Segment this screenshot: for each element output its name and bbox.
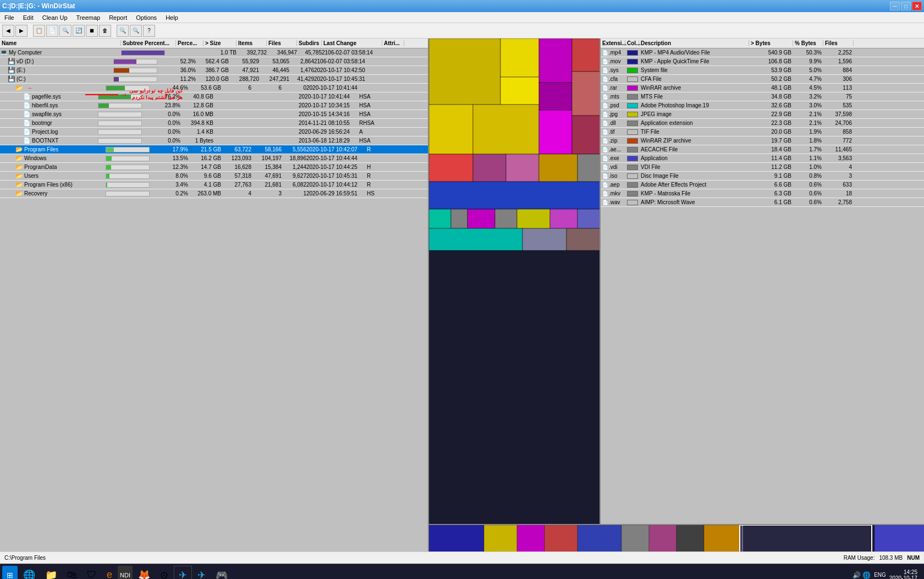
taskbar-folder[interactable]: 📁 xyxy=(41,566,62,580)
menu-cleanup[interactable]: Clean Up xyxy=(38,13,72,22)
file-row[interactable]: 📂 Users 8.0% 9.6 GB 57,318 47,691 9,627 … xyxy=(0,172,428,181)
file-icon: 💾 xyxy=(8,67,15,74)
tb-copy[interactable]: 📋 xyxy=(33,25,45,37)
file-row[interactable]: 📄 bootmgr 0.0% 394.8 KB 2014-11-21 08:10… xyxy=(0,119,428,128)
close-button[interactable]: ✕ xyxy=(912,2,922,10)
ext-description: AECACHE File xyxy=(639,146,749,152)
col-lastchange[interactable]: Last Change xyxy=(322,40,382,46)
ext-pct: 1.1% xyxy=(793,155,823,161)
menu-treemap[interactable]: Treemap xyxy=(72,13,105,22)
taskbar-store[interactable]: 🛍 xyxy=(63,566,81,580)
file-row[interactable]: 📄 BOOTNXT 0.0% 1 Bytes 2013-06-18 12:18:… xyxy=(0,136,428,145)
ext-row[interactable]: 📄 .zip WinRAR ZIP archive 19.7 GB 1.8% 7… xyxy=(601,136,924,145)
taskbar-e[interactable]: e xyxy=(102,566,117,580)
ext-row[interactable]: 📄 .rar WinRAR archive 48.1 GB 4.5% 113 xyxy=(601,84,924,92)
file-row[interactable]: 💾 (E:) 36.0% 386.7 GB 47,921 46,445 1,47… xyxy=(0,66,428,75)
file-row[interactable]: 📂 ProgramData 12.3% 14.7 GB 16,628 15,38… xyxy=(0,163,428,172)
taskbar-shield[interactable]: 🛡 xyxy=(82,566,101,580)
ext-row[interactable]: 📄 .iso Disc Image File 9.1 GB 0.8% 3 xyxy=(601,172,924,181)
ext-description: KMP - Apple QuickTime File xyxy=(639,58,749,64)
col-attrib[interactable]: Attri... xyxy=(382,40,404,46)
taskbar: ⊞ 🌐 📁 🛍 🛡 e NDI 🦊 ⊙ ✈ ✈ 🎮 🔊 🌐 ENG 14:25 … xyxy=(0,564,924,579)
file-row[interactable]: 📂 Windows 13.5% 16.2 GB 123,093 104,197 … xyxy=(0,154,428,163)
taskbar-telegram1[interactable]: ✈ xyxy=(174,566,192,580)
taskbar-app[interactable]: 🎮 xyxy=(211,566,232,580)
ext-icon: 📄 xyxy=(602,121,608,126)
treemap-area[interactable] xyxy=(429,39,600,524)
tb-zoom-out[interactable]: 🔍 xyxy=(130,25,142,37)
svg-rect-46 xyxy=(578,525,622,551)
tb-zoom-in[interactable]: 🔍 xyxy=(117,25,129,37)
ext-col-bytes[interactable]: > Bytes xyxy=(749,40,793,46)
ext-col-pct[interactable]: % Bytes xyxy=(793,40,823,46)
ext-row[interactable]: 📄 .ae... AECACHE File 18.4 GB 1.7% 11,46… xyxy=(601,145,924,154)
col-subdirs[interactable]: Subdirs xyxy=(297,40,322,46)
tb-forward[interactable]: ▶ xyxy=(15,25,28,37)
file-row[interactable]: 📂 Program Files 17.9% 21.5 GB 63,722 58,… xyxy=(0,145,428,154)
taskbar-ie[interactable]: 🌐 xyxy=(19,566,40,580)
tb-delete[interactable]: 🗑 xyxy=(99,25,111,37)
ext-color-swatch xyxy=(627,112,638,117)
ext-color-swatch xyxy=(627,129,638,135)
tb-stop[interactable]: ⏹ xyxy=(86,25,98,37)
ext-row[interactable]: 📄 .wav AIMP: Microsoft Wave 6.1 GB 0.6% … xyxy=(601,198,924,207)
file-row[interactable]: 📂 Recovery 0.2% 263.0 MB 4 3 1 2020-06-2… xyxy=(0,189,428,198)
ext-row[interactable]: 📄 .vdi VDI File 11.2 GB 1.0% 4 xyxy=(601,163,924,172)
file-row[interactable]: 📄 swapfile.sys 0.0% 16.0 MB 2020-10-15 1… xyxy=(0,110,428,119)
ext-pct: 1.8% xyxy=(793,138,823,144)
ext-col-desc[interactable]: Description xyxy=(639,40,749,46)
ext-icon: 📄 xyxy=(602,165,608,170)
file-row[interactable]: 📄 hiberfil.sys 23.8% 12.8 GB 2020-10-17 … xyxy=(0,101,428,110)
start-button[interactable]: ⊞ xyxy=(2,566,18,580)
tb-back[interactable]: ◀ xyxy=(2,25,14,37)
ext-row[interactable]: 📄 .dll Application extension 22.3 GB 2.1… xyxy=(601,119,924,128)
ext-row[interactable]: 📄 .jpg JPEG image 22.9 GB 2.1% 37,598 xyxy=(601,110,924,119)
ext-row[interactable]: 📄 .exe Application 11.4 GB 1.1% 3,563 xyxy=(601,154,924,163)
ext-row[interactable]: 📄 .mkv KMP - Matroska File 6.3 GB 0.6% 1… xyxy=(601,189,924,198)
ext-col-ext[interactable]: Extensi... xyxy=(601,40,625,46)
menu-report[interactable]: Report xyxy=(105,13,131,22)
taskbar-chrome[interactable]: ⊙ xyxy=(156,566,173,580)
col-subtree[interactable]: Subtree Percent... xyxy=(121,40,176,46)
file-row[interactable]: 💾 (C:) 11.2% 120.0 GB 288,720 247,291 41… xyxy=(0,75,428,84)
ext-row[interactable]: 📄 .cfa CFA File 50.2 GB 4.7% 306 xyxy=(601,75,924,84)
minimize-button[interactable]: ─ xyxy=(890,2,900,10)
maximize-button[interactable]: □ xyxy=(901,2,911,10)
file-row[interactable]: 💾 vD (D:) 52.3% 562.4 GB 55,929 53,065 2… xyxy=(0,57,428,66)
ext-row[interactable]: 📄 .psd Adobe Photoshop Image.19 32.6 GB … xyxy=(601,101,924,110)
ext-col-files[interactable]: Files xyxy=(823,40,854,46)
ext-color-swatch xyxy=(627,94,638,100)
col-size[interactable]: > Size xyxy=(204,40,237,46)
file-row[interactable]: 📄 Project.log 0.0% 1.4 KB 2020-06-29 16:… xyxy=(0,128,428,136)
ext-pct: 0.6% xyxy=(793,182,823,188)
file-row[interactable]: 💻 My Computer 1.0 TB 392,732 346,947 45,… xyxy=(0,48,428,57)
ext-row[interactable]: 📄 .mp4 KMP - MP4 Audio/Video File 540.9 … xyxy=(601,48,924,57)
file-row[interactable]: 📂 Program Files (x86) 3.4% 4.1 GB 27,763… xyxy=(0,181,428,189)
menu-help[interactable]: Help xyxy=(161,13,183,22)
menu-edit[interactable]: Edit xyxy=(19,13,38,22)
ext-col-color[interactable]: Col... xyxy=(625,40,639,46)
ext-row[interactable]: 📄 .aep Adobe After Effects Project 6.6 G… xyxy=(601,181,924,189)
menu-options[interactable]: Options xyxy=(131,13,161,22)
ext-row[interactable]: 📄 .tif TIF File 20.0 GB 1.9% 858 xyxy=(601,128,924,136)
col-pct[interactable]: Perce... xyxy=(176,40,204,46)
tb-paste[interactable]: 📄 xyxy=(46,25,58,37)
ext-color-swatch xyxy=(627,165,638,170)
menu-file[interactable]: File xyxy=(0,13,19,22)
tb-help[interactable]: ? xyxy=(143,25,155,37)
col-files[interactable]: Files xyxy=(267,40,297,46)
col-items[interactable]: Items xyxy=(237,40,267,46)
ext-files: 2,758 xyxy=(823,199,854,205)
ext-color-swatch xyxy=(627,59,638,64)
taskbar-firefox[interactable]: 🦊 xyxy=(134,566,155,580)
ext-row[interactable]: 📄 .sys System file 53.9 GB 5.0% 884 xyxy=(601,66,924,75)
taskbar-telegram2[interactable]: ✈ xyxy=(193,566,210,580)
tb-rescan[interactable]: 🔄 xyxy=(73,25,85,37)
tb-scan[interactable]: 🔍 xyxy=(59,25,72,37)
col-name[interactable]: Name xyxy=(0,40,121,46)
file-row[interactable]: 📄 pagefile.sys 76.2% 40.8 GB 2020-10-17 … xyxy=(0,92,428,101)
file-row[interactable]: 📂 ← 44.6% 53.6 GB 6 6 0 2020-10-17 10:41… xyxy=(0,84,428,92)
taskbar-ndi[interactable]: NDI xyxy=(118,566,133,580)
ext-row[interactable]: 📄 .mov KMP - Apple QuickTime File 106.8 … xyxy=(601,57,924,66)
ext-row[interactable]: 📄 .mts MTS File 34.8 GB 3.2% 75 xyxy=(601,92,924,101)
